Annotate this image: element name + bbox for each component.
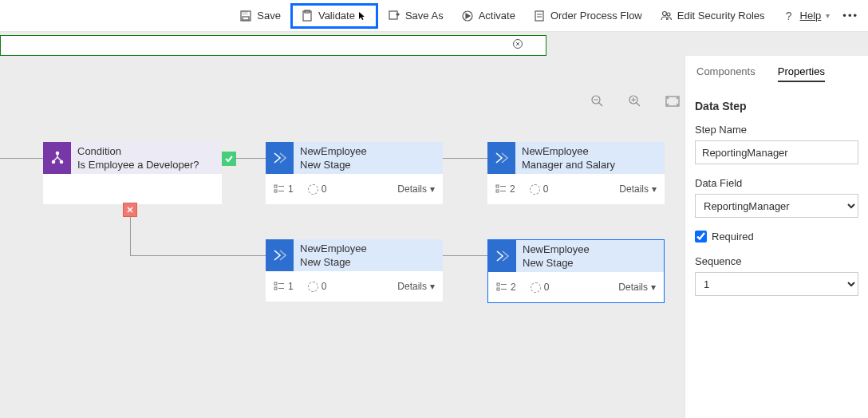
pending-count: 0 bbox=[308, 183, 327, 195]
stage-icon bbox=[488, 240, 516, 272]
zoom-in-icon[interactable] bbox=[628, 94, 641, 111]
properties-panel: Components Properties Data Step Step Nam… bbox=[685, 56, 868, 418]
activate-icon bbox=[461, 10, 474, 22]
ellipsis-icon: ••• bbox=[842, 10, 858, 22]
stage-icon bbox=[487, 142, 515, 174]
chevron-down-icon: ▾ bbox=[430, 183, 435, 195]
svg-point-8 bbox=[662, 11, 666, 15]
steps-count: 2 bbox=[496, 282, 516, 293]
chevron-down-icon: ▾ bbox=[652, 183, 657, 195]
details-button[interactable]: Details ▾ bbox=[397, 281, 435, 292]
svg-rect-23 bbox=[497, 283, 499, 286]
svg-rect-17 bbox=[274, 185, 277, 187]
canvas-toolbar bbox=[590, 94, 680, 111]
connector-line bbox=[0, 158, 43, 159]
security-label: Edit Security Roles bbox=[677, 10, 765, 22]
cursor-icon bbox=[358, 11, 368, 21]
chevron-down-icon: ▾ bbox=[651, 282, 656, 293]
help-label: Help bbox=[800, 10, 822, 22]
stage-card-selected[interactable]: NewEmployee New Stage 2 0 Details ▾ bbox=[487, 239, 665, 303]
details-button[interactable]: Details ▾ bbox=[619, 183, 657, 195]
condition-subtitle: Is Employee a Developer? bbox=[77, 159, 215, 172]
save-label: Save bbox=[257, 10, 281, 22]
stage-name: New Stage bbox=[300, 256, 436, 270]
condition-true-icon bbox=[222, 152, 236, 166]
toolbar: Save Validate Save As Activate Order Pro… bbox=[0, 0, 868, 32]
close-icon[interactable] bbox=[512, 38, 523, 53]
notification-bar bbox=[0, 35, 546, 56]
condition-icon bbox=[43, 142, 71, 174]
validate-button[interactable]: Validate bbox=[290, 3, 378, 29]
panel-tabs: Components Properties bbox=[695, 56, 858, 89]
svg-rect-5 bbox=[389, 11, 397, 19]
stage-entity: NewEmployee bbox=[300, 145, 436, 159]
chevron-down-icon: ▾ bbox=[430, 281, 435, 292]
chevron-down-icon: ▾ bbox=[826, 11, 830, 20]
stage-card[interactable]: NewEmployee New Stage 1 0 Details ▾ bbox=[266, 239, 443, 302]
pending-count: 0 bbox=[531, 282, 550, 293]
pending-count: 0 bbox=[530, 183, 549, 195]
section-title: Data Step bbox=[695, 100, 858, 112]
details-button[interactable]: Details ▾ bbox=[397, 183, 435, 195]
condition-block[interactable]: Condition Is Employee a Developer? bbox=[43, 142, 222, 204]
stage-icon bbox=[266, 142, 294, 174]
required-checkbox-row[interactable]: Required bbox=[695, 231, 858, 243]
edit-security-roles-button[interactable]: Edit Security Roles bbox=[652, 5, 773, 27]
more-button[interactable]: ••• bbox=[839, 5, 862, 26]
steps-count: 2 bbox=[495, 183, 515, 195]
svg-rect-22 bbox=[274, 287, 277, 290]
stage-card[interactable]: NewEmployee Manager and Salary 2 0 Detai… bbox=[487, 142, 665, 204]
stage-card[interactable]: NewEmployee New Stage 1 0 Details ▾ bbox=[266, 142, 443, 204]
svg-rect-24 bbox=[497, 288, 499, 290]
security-icon bbox=[660, 10, 673, 22]
details-button[interactable]: Details ▾ bbox=[618, 282, 656, 293]
step-name-input[interactable] bbox=[695, 140, 858, 164]
data-field-label: Data Field bbox=[695, 177, 858, 189]
save-button[interactable]: Save bbox=[231, 5, 289, 27]
stage-entity: NewEmployee bbox=[300, 243, 436, 256]
save-as-button[interactable]: Save As bbox=[380, 5, 452, 27]
tab-components[interactable]: Components bbox=[696, 65, 756, 82]
svg-rect-20 bbox=[496, 190, 499, 192]
zoom-out-icon[interactable] bbox=[590, 94, 604, 111]
required-label: Required bbox=[712, 231, 754, 243]
data-field-select[interactable]: ReportingManager bbox=[695, 194, 858, 218]
order-process-flow-button[interactable]: Order Process Flow bbox=[525, 5, 650, 27]
connector-line bbox=[443, 158, 487, 159]
condition-title: Condition bbox=[77, 145, 215, 159]
svg-rect-1 bbox=[243, 11, 247, 14]
stage-entity: NewEmployee bbox=[522, 145, 658, 159]
stage-icon bbox=[266, 239, 294, 271]
stage-name: Manager and Salary bbox=[522, 159, 658, 172]
validate-icon bbox=[301, 10, 314, 22]
required-checkbox[interactable] bbox=[695, 231, 707, 243]
activate-button[interactable]: Activate bbox=[453, 5, 523, 27]
svg-rect-2 bbox=[243, 17, 249, 20]
svg-rect-18 bbox=[274, 190, 277, 192]
save-icon bbox=[239, 10, 252, 22]
stage-name: New Stage bbox=[523, 257, 657, 270]
help-icon: ? bbox=[783, 10, 795, 22]
pending-count: 0 bbox=[308, 281, 327, 292]
step-name-label: Step Name bbox=[695, 124, 858, 136]
sequence-select[interactable]: 1 bbox=[695, 272, 858, 296]
condition-false-icon bbox=[123, 203, 137, 217]
save-as-label: Save As bbox=[405, 10, 444, 22]
tab-properties[interactable]: Properties bbox=[778, 65, 825, 82]
help-button[interactable]: ? Help ▾ bbox=[775, 5, 838, 27]
order-icon bbox=[533, 10, 546, 22]
connector-line bbox=[443, 255, 487, 256]
svg-point-9 bbox=[667, 13, 670, 16]
validate-label: Validate bbox=[318, 10, 355, 22]
svg-rect-19 bbox=[496, 185, 499, 187]
connector-line bbox=[130, 255, 266, 256]
fit-to-screen-icon[interactable] bbox=[665, 96, 680, 110]
canvas[interactable]: Condition Is Employee a Developer? NewEm… bbox=[0, 56, 685, 418]
save-as-icon bbox=[388, 10, 400, 22]
order-label: Order Process Flow bbox=[550, 10, 642, 22]
stage-entity: NewEmployee bbox=[523, 243, 657, 257]
svg-rect-7 bbox=[535, 11, 543, 21]
steps-count: 1 bbox=[274, 183, 294, 195]
svg-rect-21 bbox=[274, 282, 277, 285]
condition-header: Condition Is Employee a Developer? bbox=[43, 142, 222, 174]
